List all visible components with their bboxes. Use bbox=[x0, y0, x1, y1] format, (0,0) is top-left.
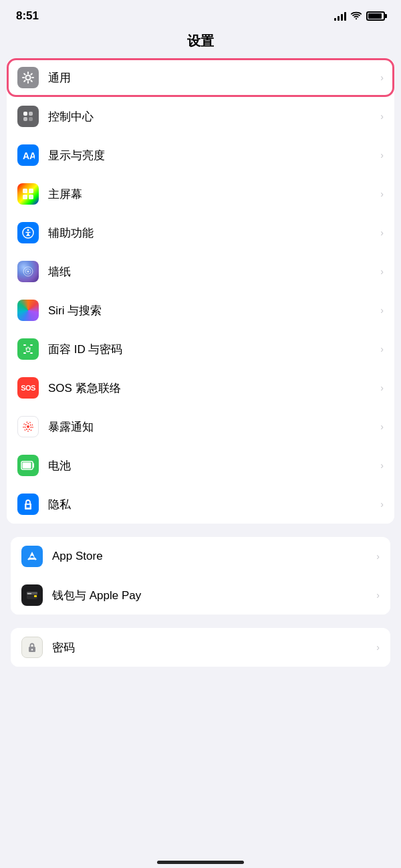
signal-icon bbox=[334, 11, 346, 21]
svg-rect-6 bbox=[23, 189, 27, 193]
svg-point-14 bbox=[27, 271, 29, 273]
settings-item-display[interactable]: AA 显示与亮度 › bbox=[7, 136, 394, 175]
face-id-label: 面容 ID 与密码 bbox=[48, 342, 376, 357]
status-icons bbox=[334, 11, 385, 21]
svg-point-0 bbox=[26, 76, 31, 80]
privacy-label: 隐私 bbox=[48, 497, 376, 512]
exposure-chevron: › bbox=[380, 421, 384, 432]
settings-item-control-center[interactable]: 控制中心 › bbox=[7, 97, 394, 136]
face-id-icon bbox=[17, 338, 39, 360]
siri-label: Siri 与搜索 bbox=[48, 303, 376, 318]
settings-item-accessibility[interactable]: 辅助功能 › bbox=[7, 213, 394, 252]
wallet-chevron: › bbox=[376, 590, 380, 601]
settings-item-siri[interactable]: Siri 与搜索 › bbox=[7, 291, 394, 330]
settings-item-exposure[interactable]: 暴露通知 › bbox=[7, 407, 394, 446]
status-time: 8:51 bbox=[16, 9, 39, 23]
wallet-icon bbox=[21, 584, 43, 606]
svg-point-15 bbox=[27, 425, 29, 428]
settings-group-3: 密码 › bbox=[11, 628, 390, 667]
sos-icon: SOS bbox=[17, 377, 39, 399]
svg-rect-3 bbox=[23, 117, 27, 121]
app-store-chevron: › bbox=[376, 551, 380, 562]
general-label: 通用 bbox=[48, 70, 376, 86]
home-bar bbox=[157, 861, 244, 864]
accessibility-icon bbox=[17, 222, 39, 243]
wallpaper-chevron: › bbox=[380, 266, 384, 277]
settings-item-face-id[interactable]: 面容 ID 与密码 › bbox=[7, 330, 394, 368]
settings-item-wallpaper[interactable]: 墙纸 › bbox=[7, 252, 394, 291]
app-store-label: App Store bbox=[52, 550, 372, 563]
sos-chevron: › bbox=[380, 383, 384, 393]
display-chevron: › bbox=[380, 150, 384, 160]
siri-chevron: › bbox=[380, 305, 384, 316]
privacy-icon bbox=[17, 494, 39, 515]
control-center-label: 控制中心 bbox=[48, 109, 376, 124]
battery-settings-icon bbox=[17, 455, 39, 476]
wifi-icon bbox=[350, 11, 362, 21]
svg-rect-2 bbox=[29, 112, 33, 116]
svg-point-11 bbox=[27, 229, 29, 231]
home-indicator-area bbox=[0, 855, 401, 868]
home-screen-icon bbox=[17, 183, 39, 205]
svg-rect-7 bbox=[29, 189, 33, 193]
settings-item-passwords[interactable]: 密码 › bbox=[11, 628, 390, 667]
exposure-label: 暴露通知 bbox=[48, 419, 376, 435]
display-icon: AA bbox=[17, 144, 39, 166]
svg-rect-24 bbox=[27, 593, 31, 594]
passwords-label: 密码 bbox=[52, 640, 372, 655]
home-screen-chevron: › bbox=[380, 189, 384, 199]
page-title: 设置 bbox=[0, 27, 401, 58]
sos-label: SOS 紧急联络 bbox=[48, 381, 376, 396]
display-label: 显示与亮度 bbox=[48, 148, 376, 163]
svg-rect-1 bbox=[23, 112, 27, 116]
passwords-icon bbox=[21, 637, 43, 658]
app-store-icon bbox=[21, 546, 43, 567]
battery-icon bbox=[366, 11, 385, 21]
accessibility-label: 辅助功能 bbox=[48, 225, 376, 241]
control-center-chevron: › bbox=[380, 111, 384, 122]
settings-item-sos[interactable]: SOS SOS 紧急联络 › bbox=[7, 368, 394, 407]
privacy-chevron: › bbox=[380, 499, 384, 510]
settings-item-app-store[interactable]: App Store › bbox=[11, 537, 390, 576]
general-icon bbox=[17, 67, 39, 88]
siri-icon bbox=[17, 300, 39, 321]
battery-label: 电池 bbox=[48, 458, 376, 473]
control-center-icon bbox=[17, 106, 39, 127]
settings-group-2: App Store › 钱包与 Apple Pay › bbox=[11, 537, 390, 615]
exposure-icon bbox=[17, 416, 39, 437]
svg-rect-20 bbox=[27, 505, 30, 508]
svg-text:AA: AA bbox=[23, 150, 35, 161]
home-screen-label: 主屏幕 bbox=[48, 187, 376, 202]
settings-item-privacy[interactable]: 隐私 › bbox=[7, 485, 394, 524]
settings-item-wallet[interactable]: 钱包与 Apple Pay › bbox=[11, 576, 390, 615]
svg-rect-9 bbox=[29, 195, 33, 199]
wallpaper-icon bbox=[17, 261, 39, 282]
settings-item-general[interactable]: 通用 › bbox=[7, 58, 394, 97]
svg-rect-19 bbox=[23, 463, 31, 469]
face-id-chevron: › bbox=[380, 344, 384, 354]
settings-item-home-screen[interactable]: 主屏幕 › bbox=[7, 175, 394, 213]
general-chevron: › bbox=[380, 72, 384, 83]
wallet-label: 钱包与 Apple Pay bbox=[52, 588, 372, 603]
wallpaper-label: 墙纸 bbox=[48, 264, 376, 280]
svg-rect-8 bbox=[23, 195, 27, 199]
svg-point-26 bbox=[31, 649, 33, 650]
svg-rect-4 bbox=[29, 117, 33, 121]
settings-item-battery[interactable]: 电池 › bbox=[7, 446, 394, 485]
svg-rect-23 bbox=[34, 595, 37, 597]
status-bar: 8:51 bbox=[0, 0, 401, 27]
accessibility-chevron: › bbox=[380, 227, 384, 238]
passwords-chevron: › bbox=[376, 642, 380, 653]
battery-chevron: › bbox=[380, 460, 384, 471]
